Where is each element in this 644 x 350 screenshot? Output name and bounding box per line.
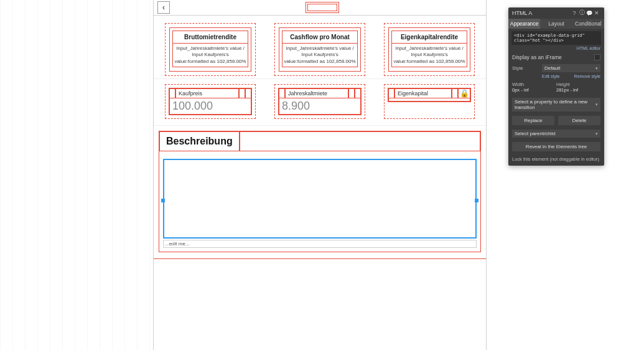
close-icon[interactable]: ✕ <box>593 10 600 16</box>
width-label: Width <box>512 82 556 87</box>
display-iframe-row: Display as an iFrame <box>508 52 604 62</box>
parent-child-label: Select parent/child <box>515 131 556 136</box>
height-label: Height <box>556 82 600 87</box>
metric-card-title: Cashflow pro Monat <box>282 31 358 44</box>
metric-card-title: Bruttomietrendite <box>172 31 248 44</box>
inspector-tabs: Appearance Layout Conditional <box>508 19 604 29</box>
height-value: 281px - inf <box>556 87 600 93</box>
resize-handle-left[interactable] <box>161 199 165 202</box>
style-label: Style <box>512 65 539 71</box>
description-section: Beschreibung ...edit me... <box>154 126 486 259</box>
spacer <box>240 131 480 151</box>
input-label: Eigenkapital <box>394 88 452 98</box>
html-code-input[interactable]: <div id="example-data-grid" class="hot "… <box>511 31 601 45</box>
tab-appearance[interactable]: Appearance <box>508 19 540 29</box>
description-frame[interactable]: Beschreibung ...edit me... <box>159 131 481 252</box>
metrics-row: Bruttomietrendite Input_Jahreskaltmiete'… <box>154 16 486 79</box>
display-iframe-label: Display as an iFrame <box>512 54 562 60</box>
card-frame[interactable]: Cashflow pro Monat Input_Jahreskaltmiete… <box>274 23 365 76</box>
input-frame[interactable]: Kaufpreis 100.000 <box>165 84 256 119</box>
metric-card-body: Input_Jahreskaltmiete's value / Input Ka… <box>391 44 467 67</box>
handle[interactable] <box>388 88 394 98</box>
handle[interactable] <box>169 88 175 98</box>
metric-card-body: Input_Jahreskaltmiete's value / Input Ka… <box>172 44 248 67</box>
resize-handle-right[interactable] <box>475 199 478 202</box>
delete-button[interactable]: Delete <box>558 116 600 125</box>
selected-html-element[interactable] <box>163 159 477 239</box>
dimensions-row: Width 0px - inf Height 281px - inf <box>508 80 604 94</box>
inspector-title: HTML A <box>512 10 571 16</box>
editor-canvas: ‹ Bruttomietrendite Input_Jahreskaltmiet… <box>0 0 498 350</box>
metric-card-body: Input_Jahreskaltmiete's value / Input Ka… <box>282 44 358 67</box>
remove-style-link[interactable]: Remove style <box>574 74 600 78</box>
input-label: Kaufpreis <box>175 88 239 98</box>
input-frame[interactable]: Jahreskaltmiete 8.900 <box>274 84 365 119</box>
inspector-panel: HTML A ? ⓘ 💬 ✕ Appearance Layout Conditi… <box>508 7 604 166</box>
info-icon[interactable]: ⓘ <box>578 9 586 17</box>
lock-row: Lock this element (not draggable in edit… <box>508 154 604 166</box>
reveal-button[interactable]: Reveal in the Elements tree <box>512 142 600 151</box>
html-editor-link[interactable]: HTML editor <box>508 46 604 52</box>
empty-area <box>154 259 486 350</box>
transition-select-label: Select a property to define a new transi… <box>515 99 595 110</box>
input-frame[interactable]: Eigenkapital 🔒 <box>384 84 475 119</box>
top-bar: ‹ <box>154 0 486 16</box>
back-button[interactable]: ‹ <box>157 1 170 14</box>
card-frame[interactable]: Bruttomietrendite Input_Jahreskaltmiete'… <box>165 23 256 76</box>
handle[interactable] <box>239 88 245 98</box>
metric-card-title: Eigenkapitalrendite <box>391 31 467 44</box>
input-label: Jahreskaltmiete <box>285 88 348 98</box>
metric-card: Cashflow pro Monat Input_Jahreskaltmiete… <box>279 27 361 72</box>
input-card: Kaufpreis 100.000 <box>169 88 252 115</box>
metric-card: Eigenkapitalrendite Input_Jahreskaltmiet… <box>388 27 470 72</box>
description-title: Beschreibung <box>159 131 240 151</box>
input-card: Jahreskaltmiete 8.900 <box>278 88 362 115</box>
lock-icon: 🔒 <box>460 89 469 98</box>
width-value: 0px - inf <box>512 87 556 93</box>
top-center-slot-inner <box>307 4 337 11</box>
page-layout: ‹ Bruttomietrendite Input_Jahreskaltmiet… <box>153 0 487 350</box>
style-row: Style Default ▾ <box>508 62 604 74</box>
handle[interactable] <box>245 88 251 98</box>
display-iframe-checkbox[interactable] <box>594 54 600 60</box>
input-card: Eigenkapital 🔒 <box>388 88 471 102</box>
metric-card: Bruttomietrendite Input_Jahreskaltmiete'… <box>169 27 251 72</box>
inputs-row: Kaufpreis 100.000 Jahreskaltmiete <box>154 79 486 126</box>
chevron-left-icon: ‹ <box>162 3 165 12</box>
edit-placeholder[interactable]: ...edit me... <box>163 240 477 248</box>
chevron-down-icon: ▾ <box>595 131 598 136</box>
comment-icon[interactable]: 💬 <box>586 10 593 16</box>
chevron-down-icon: ▾ <box>595 66 598 71</box>
parent-child-select[interactable]: Select parent/child ▾ <box>512 130 600 138</box>
help-icon[interactable]: ? <box>571 10 578 16</box>
handle[interactable] <box>348 88 355 98</box>
tab-conditional[interactable]: Conditional <box>572 19 604 29</box>
input-value[interactable]: 8.900 <box>279 98 361 115</box>
top-center-slot[interactable] <box>306 2 339 13</box>
chevron-down-icon: ▾ <box>595 102 598 107</box>
inspector-header[interactable]: HTML A ? ⓘ 💬 ✕ <box>508 7 604 19</box>
style-value: Default <box>544 65 560 71</box>
lock-element-label: Lock this element (not draggable in edit… <box>512 156 599 162</box>
card-frame[interactable]: Eigenkapitalrendite Input_Jahreskaltmiet… <box>384 23 475 76</box>
transition-select[interactable]: Select a property to define a new transi… <box>512 98 600 111</box>
input-value[interactable] <box>388 98 470 102</box>
lock-toggle[interactable]: 🔒 <box>458 88 470 98</box>
tab-layout[interactable]: Layout <box>540 19 572 29</box>
style-select[interactable]: Default ▾ <box>542 64 600 72</box>
handle[interactable] <box>279 88 285 98</box>
input-value[interactable]: 100.000 <box>169 98 251 115</box>
handle[interactable] <box>355 88 361 98</box>
edit-style-link[interactable]: Edit style <box>542 74 559 78</box>
replace-button[interactable]: Replace <box>512 116 554 125</box>
handle[interactable] <box>452 88 458 98</box>
